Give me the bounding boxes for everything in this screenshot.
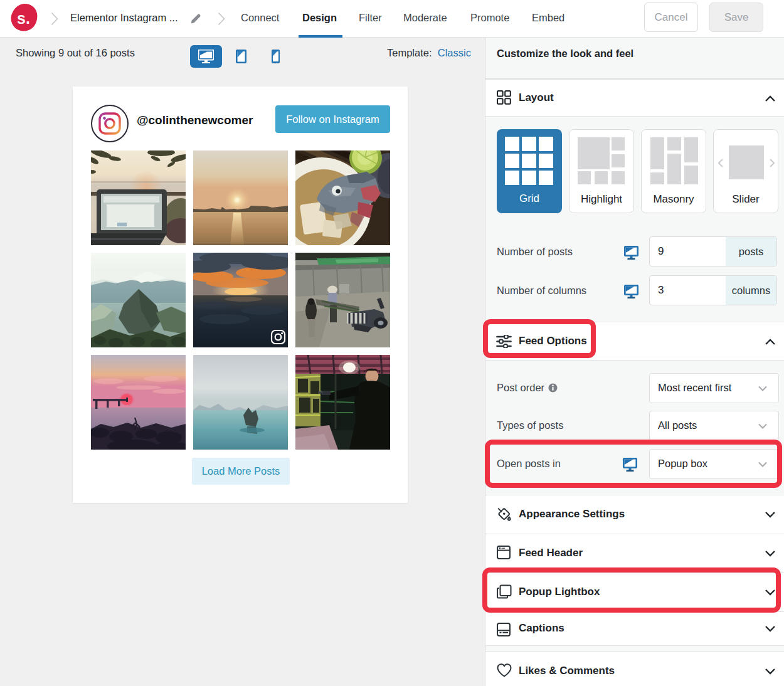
svg-text:s.: s. [17, 9, 30, 27]
